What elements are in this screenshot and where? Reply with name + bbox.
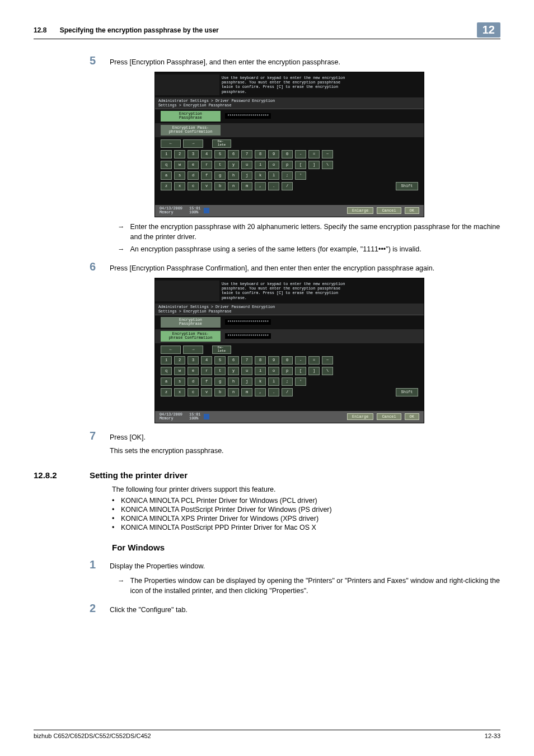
enlarge-button[interactable]: Enlarge [347,207,373,214]
shift-key[interactable]: Shift [396,182,418,190]
cancel-button[interactable]: Cancel [377,207,401,214]
keyboard-key[interactable]: k [255,171,266,180]
keyboard-key[interactable]: t [214,161,226,169]
keyboard-key[interactable]: h [228,377,239,386]
keyboard-key[interactable]: z [161,388,172,396]
keyboard-key[interactable]: 3 [188,150,199,158]
keyboard-key[interactable]: o [268,367,279,375]
keyboard-key[interactable]: n [228,182,239,190]
keyboard-key[interactable]: 5 [214,356,226,365]
keyboard-key[interactable]: - [295,150,306,158]
arrow-right-key[interactable]: → [183,346,203,354]
keyboard-key[interactable]: t [214,367,226,375]
keyboard-key[interactable]: z [161,182,172,190]
keyboard-key[interactable]: 2 [174,356,185,365]
arrow-right-key[interactable]: → [183,139,203,148]
keyboard-key[interactable]: l [268,171,279,180]
shift-key[interactable]: Shift [396,388,418,396]
keyboard-key[interactable]: 6 [228,356,239,365]
keyboard-key[interactable]: v [201,182,212,190]
keyboard-key[interactable]: d [188,171,199,180]
passphrase-confirmation-tab[interactable]: Encryption Pass- phrase Confirmation [161,331,221,342]
keyboard-key[interactable]: ~ [322,150,333,158]
keyboard-key[interactable]: 9 [268,150,279,158]
keyboard-key[interactable]: 8 [255,150,266,158]
keyboard-key[interactable]: . [268,182,279,190]
keyboard-key[interactable]: 7 [241,356,252,365]
keyboard-key[interactable]: 1 [161,356,172,365]
keyboard-key[interactable]: g [214,171,226,180]
keyboard-key[interactable]: w [174,367,185,375]
keyboard-key[interactable]: 9 [268,356,279,365]
keyboard-key[interactable]: u [241,367,252,375]
keyboard-key[interactable]: w [174,161,185,169]
keyboard-key[interactable]: x [174,388,185,396]
keyboard-key[interactable]: a [161,377,172,386]
passphrase-confirmation-tab[interactable]: Encryption Pass- phrase Confirmation [161,125,221,136]
keyboard-key[interactable]: [ [295,161,306,169]
ok-button[interactable]: OK [405,413,419,420]
keyboard-key[interactable]: h [228,171,239,180]
keyboard-key[interactable]: n [228,388,239,396]
keyboard-key[interactable]: = [308,150,320,158]
arrow-left-key[interactable]: ← [161,346,181,354]
passphrase-confirmation-input[interactable]: ******************** [225,333,271,339]
delete-key[interactable]: De- lete [212,346,231,354]
keyboard-key[interactable]: = [308,356,320,365]
keyboard-key[interactable]: . [268,388,279,396]
keyboard-key[interactable]: / [282,388,293,396]
keyboard-key[interactable]: 0 [282,356,293,365]
keyboard-key[interactable]: a [161,171,172,180]
keyboard-key[interactable]: m [241,388,252,396]
keyboard-key[interactable]: c [188,182,199,190]
keyboard-key[interactable]: b [214,182,226,190]
keyboard-key[interactable]: i [255,367,266,375]
keyboard-key[interactable]: y [228,161,239,169]
keyboard-key[interactable]: u [241,161,252,169]
keyboard-key[interactable]: , [255,182,266,190]
keyboard-key[interactable]: ; [282,171,293,180]
keyboard-key[interactable]: r [201,367,212,375]
keyboard-key[interactable]: , [255,388,266,396]
ok-button[interactable]: OK [405,207,419,214]
keyboard-key[interactable]: g [214,377,226,386]
enlarge-button[interactable]: Enlarge [347,413,373,420]
keyboard-key[interactable]: i [255,161,266,169]
keyboard-key[interactable]: 4 [201,150,212,158]
keyboard-key[interactable]: ~ [322,356,333,365]
keyboard-key[interactable]: / [282,182,293,190]
keyboard-key[interactable]: b [214,388,226,396]
keyboard-key[interactable]: d [188,377,199,386]
passphrase-input[interactable]: ******************** [225,113,271,119]
keyboard-key[interactable]: q [161,367,172,375]
arrow-left-key[interactable]: ← [161,139,181,148]
encryption-passphrase-tab[interactable]: Encryption Passphrase [161,111,221,122]
keyboard-key[interactable]: v [201,388,212,396]
keyboard-key[interactable]: p [282,367,293,375]
keyboard-key[interactable]: p [282,161,293,169]
keyboard-key[interactable]: x [174,182,185,190]
cancel-button[interactable]: Cancel [377,413,401,420]
keyboard-key[interactable]: c [188,388,199,396]
keyboard-key[interactable]: m [241,182,252,190]
keyboard-key[interactable]: ' [295,377,306,386]
keyboard-key[interactable]: 2 [174,150,185,158]
keyboard-key[interactable]: k [255,377,266,386]
keyboard-key[interactable]: l [268,377,279,386]
keyboard-key[interactable]: s [174,171,185,180]
keyboard-key[interactable]: [ [295,367,306,375]
keyboard-key[interactable]: \ [322,161,333,169]
encryption-passphrase-tab[interactable]: Encryption Passphrase [161,317,221,328]
keyboard-key[interactable]: r [201,161,212,169]
keyboard-key[interactable]: 7 [241,150,252,158]
keyboard-key[interactable]: 3 [188,356,199,365]
keyboard-key[interactable]: o [268,161,279,169]
passphrase-input[interactable]: ******************** [225,319,271,325]
keyboard-key[interactable]: 6 [228,150,239,158]
keyboard-key[interactable]: y [228,367,239,375]
keyboard-key[interactable]: f [201,171,212,180]
keyboard-key[interactable]: ] [308,161,320,169]
keyboard-key[interactable]: 5 [214,150,226,158]
keyboard-key[interactable]: f [201,377,212,386]
keyboard-key[interactable]: 8 [255,356,266,365]
